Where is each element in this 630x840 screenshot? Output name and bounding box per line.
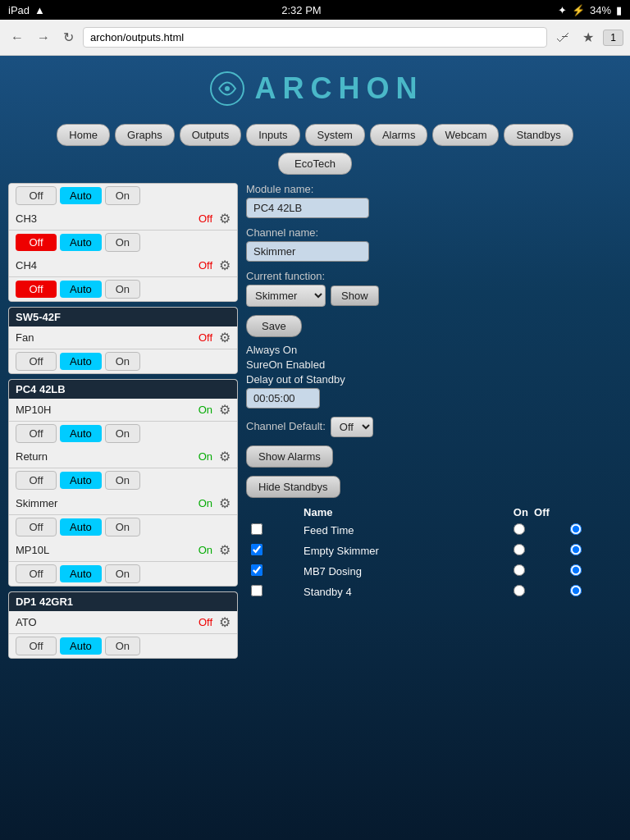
two-column-layout: Off Auto On CH3 Off ⚙ Off Auto On CH4 Of…	[0, 183, 630, 662]
skimmer-off-button[interactable]: Off	[16, 518, 57, 536]
logo-icon	[207, 68, 248, 109]
mb7dosing-checkbox-cell[interactable]	[246, 561, 299, 582]
standby4-checkbox-cell[interactable]	[246, 582, 299, 602]
forward-button[interactable]: →	[33, 29, 54, 47]
module-input[interactable]	[246, 198, 369, 218]
nav-alarms[interactable]: Alarms	[370, 124, 427, 146]
show-alarms-button[interactable]: Show Alarms	[246, 445, 333, 468]
browser-bar: ← → ↻ ⍻ ★ 1	[0, 20, 630, 56]
ecotech-button[interactable]: EcoTech	[278, 153, 352, 175]
skimmer-on-button[interactable]: On	[105, 518, 140, 536]
auto-button-top[interactable]: Auto	[60, 187, 102, 204]
ch3-on-button[interactable]: On	[105, 233, 140, 252]
battery-icon: ⚡	[572, 4, 585, 16]
emptyskimmer-on-cell[interactable]	[509, 541, 565, 561]
emptyskimmer-checkbox-cell[interactable]	[246, 541, 299, 561]
standby4-off-radio[interactable]	[570, 585, 582, 596]
on-button-top[interactable]: On	[105, 186, 140, 205]
ato-gear-icon[interactable]: ⚙	[219, 614, 231, 630]
return-gear-icon[interactable]: ⚙	[219, 449, 231, 464]
ato-auto-button[interactable]: Auto	[60, 637, 102, 655]
mp10h-gear-icon[interactable]: ⚙	[219, 402, 231, 418]
fan-gear-icon[interactable]: ⚙	[219, 330, 231, 345]
standby4-on-radio[interactable]	[514, 585, 525, 596]
mp10l-on-button[interactable]: On	[105, 564, 140, 583]
back-button[interactable]: ←	[7, 29, 28, 47]
standby4-on-cell[interactable]	[509, 582, 565, 602]
ato-off-button[interactable]: Off	[16, 637, 57, 655]
mb7dosing-off-cell[interactable]	[565, 561, 622, 582]
nav-webcam[interactable]: Webcam	[432, 124, 499, 146]
emptyskimmer-checkbox[interactable]	[251, 544, 262, 555]
mp10l-gear-icon[interactable]: ⚙	[219, 542, 231, 558]
nav-standbys[interactable]: Standbys	[504, 124, 573, 146]
return-off-button[interactable]: Off	[16, 471, 57, 490]
feedtime-on-cell[interactable]	[509, 520, 565, 541]
ch3-auto-button[interactable]: Auto	[60, 234, 102, 251]
url-input[interactable]	[83, 27, 547, 48]
nav-inputs[interactable]: Inputs	[246, 124, 299, 146]
feedtime-checkbox[interactable]	[251, 523, 262, 535]
tab-count[interactable]: 1	[603, 30, 623, 46]
bookmark-button[interactable]: ★	[578, 28, 598, 47]
standby-row-feedtime: Feed Time	[246, 520, 622, 541]
mp10h-status: On	[199, 404, 212, 416]
fan-on-button[interactable]: On	[105, 352, 140, 371]
mb7dosing-on-radio[interactable]	[514, 564, 525, 576]
show-function-button[interactable]: Show	[331, 285, 379, 306]
delay-standby-text: Delay out of Standby	[246, 373, 622, 386]
function-row: Skimmer Always On Light Show	[246, 285, 622, 307]
mb7dosing-on-cell[interactable]	[509, 561, 565, 582]
mb7dosing-checkbox[interactable]	[251, 564, 262, 576]
nav-system[interactable]: System	[305, 124, 365, 146]
function-select[interactable]: Skimmer Always On Light	[246, 285, 326, 307]
hide-standbys-button[interactable]: Hide Standbys	[246, 476, 340, 498]
standby4-checkbox[interactable]	[251, 585, 262, 596]
mp10l-off-button[interactable]: Off	[16, 564, 57, 583]
share-button[interactable]: ⍻	[552, 29, 573, 47]
delay-time-input[interactable]	[246, 388, 320, 409]
default-select[interactable]: Off On	[331, 417, 373, 437]
emptyskimmer-off-cell[interactable]	[565, 541, 622, 561]
return-on-button[interactable]: On	[105, 471, 140, 490]
mp10h-on-button[interactable]: On	[105, 424, 140, 443]
ch4-off-button[interactable]: Off	[16, 281, 57, 298]
reload-button[interactable]: ↻	[59, 28, 78, 47]
mp10l-auto-button[interactable]: Auto	[60, 565, 102, 582]
skimmer-gear-icon[interactable]: ⚙	[219, 495, 231, 511]
ch4-gear-icon[interactable]: ⚙	[219, 258, 231, 273]
nav-home[interactable]: Home	[57, 124, 110, 146]
ch4-auto-button[interactable]: Auto	[60, 281, 102, 298]
ch3-control-row: Off Auto On	[9, 231, 237, 254]
skimmer-row: Skimmer On ⚙	[9, 492, 237, 515]
always-on-text: Always On	[246, 344, 622, 356]
nav-graphs[interactable]: Graphs	[115, 124, 175, 146]
return-auto-button[interactable]: Auto	[60, 472, 102, 489]
mp10l-control-row: Off Auto On	[9, 562, 237, 586]
channel-input[interactable]	[246, 241, 369, 262]
feedtime-off-cell[interactable]	[565, 520, 622, 541]
save-button[interactable]: Save	[246, 315, 302, 337]
ch3-gear-icon[interactable]: ⚙	[219, 211, 231, 226]
standby4-off-cell[interactable]	[565, 582, 622, 602]
feedtime-off-radio[interactable]	[570, 523, 582, 535]
emptyskimmer-on-radio[interactable]	[514, 544, 525, 555]
off-button-top[interactable]: Off	[16, 186, 57, 205]
nav-outputs[interactable]: Outputs	[180, 124, 242, 146]
feedtime-on-radio[interactable]	[514, 523, 525, 535]
fan-auto-button[interactable]: Auto	[60, 353, 102, 370]
mp10h-off-button[interactable]: Off	[16, 424, 57, 443]
battery-label: 34%	[590, 4, 611, 16]
skimmer-auto-button[interactable]: Auto	[60, 518, 102, 536]
fan-row: Fan Off ⚙	[9, 326, 237, 349]
module-field: Module name:	[246, 183, 622, 218]
ch3-off-button[interactable]: Off	[16, 234, 57, 251]
ch4-on-button[interactable]: On	[105, 280, 140, 299]
mb7dosing-off-radio[interactable]	[570, 564, 582, 576]
mp10h-auto-button[interactable]: Auto	[60, 425, 102, 442]
emptyskimmer-off-radio[interactable]	[570, 544, 582, 555]
ato-on-button[interactable]: On	[105, 637, 140, 655]
feedtime-checkbox-cell[interactable]	[246, 520, 299, 541]
ato-status: Off	[199, 616, 212, 628]
fan-off-button[interactable]: Off	[16, 352, 57, 371]
